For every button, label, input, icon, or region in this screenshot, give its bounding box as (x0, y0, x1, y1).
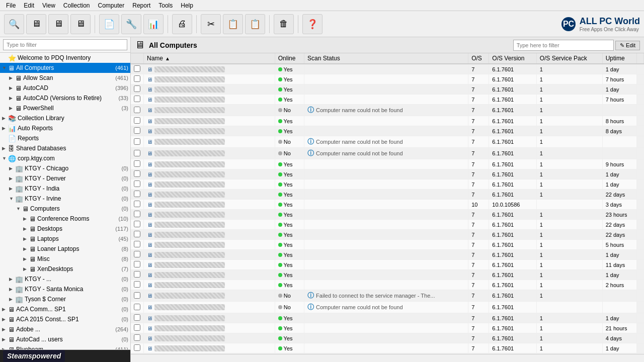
row-select-checkbox[interactable] (134, 107, 140, 113)
table-row[interactable]: 🖥 Yes76.1.760118 hours (131, 116, 644, 126)
table-row[interactable]: 🖥 Yes76.1.760112 hours (131, 280, 644, 290)
sidebar-item-ktgy-la[interactable]: ▶🏢KTGY - ...(0) (0, 274, 130, 284)
table-row[interactable]: 🖥 Yes76.1.760119 hours (131, 159, 644, 169)
column-header-o-s[interactable]: O/S (468, 53, 489, 64)
table-row[interactable]: 🖥 NoⓘFailed to connect to the service ma… (131, 290, 644, 302)
sidebar-item-desktops[interactable]: ▶🖥Desktops(117) (0, 224, 130, 234)
column-header-name[interactable]: Name▲ (144, 53, 275, 64)
table-row[interactable]: 🖥 Yes76.1.760111 day (131, 343, 644, 353)
row-checkbox[interactable] (131, 250, 144, 260)
report-toolbar-button[interactable]: 📄 (99, 14, 119, 34)
row-select-checkbox[interactable] (134, 221, 140, 227)
row-select-checkbox[interactable] (134, 211, 140, 217)
tree-expand-arrow[interactable]: ▶ (9, 287, 15, 292)
table-row[interactable]: 🖥 Yes76.1.7601121 hours (131, 323, 644, 333)
column-header-online[interactable]: Online (275, 53, 304, 64)
row-select-checkbox[interactable] (134, 314, 140, 321)
row-checkbox[interactable] (131, 210, 144, 220)
sidebar-item-autocad-versions[interactable]: ▶🖥AutoCAD (Versions to Retire)(33) (0, 93, 130, 103)
tree-expand-arrow[interactable]: ▶ (23, 236, 29, 241)
tree-expand-arrow[interactable]: ▶ (9, 106, 15, 111)
tree-expand-arrow[interactable]: ▼ (9, 196, 15, 201)
edit-filter-button[interactable]: ✎ Edit (615, 41, 640, 50)
tree-expand-arrow[interactable]: ▶ (9, 85, 15, 90)
menu-collection[interactable]: Collection (59, 1, 94, 10)
help-toolbar-button[interactable]: ❓ (302, 14, 323, 34)
tree-expand-arrow[interactable]: ▶ (23, 226, 29, 231)
menu-computer[interactable]: Computer (94, 1, 129, 10)
row-checkbox[interactable] (131, 200, 144, 210)
table-row[interactable]: 🖥 Yes76.1.760115 hours (131, 240, 644, 250)
row-checkbox[interactable] (131, 290, 144, 302)
row-checkbox[interactable] (131, 116, 144, 126)
row-select-checkbox[interactable] (134, 324, 140, 331)
menu-help[interactable]: Help (177, 1, 197, 10)
sidebar-item-ktgy-denver[interactable]: ▶🏢KTGY - Denver(0) (0, 173, 130, 184)
menu-tools[interactable]: Tools (154, 1, 177, 10)
row-select-checkbox[interactable] (134, 251, 140, 257)
sidebar-item-powershell[interactable]: ▶🖥PowerShell(3) (0, 103, 130, 113)
sidebar-item-aca-2015[interactable]: ▶🖥ACA 2015 Const... SP1(0) (0, 314, 130, 324)
row-checkbox[interactable] (131, 302, 144, 313)
row-checkbox[interactable] (131, 159, 144, 169)
row-checkbox[interactable] (131, 280, 144, 290)
row-select-checkbox[interactable] (134, 65, 140, 72)
tree-expand-arrow[interactable]: ▶ (23, 256, 29, 261)
table-row[interactable]: 🖥 Yes76.1.760114 days (131, 333, 644, 343)
cut-toolbar-button[interactable]: ✂ (201, 14, 221, 34)
tree-expand-arrow[interactable]: ▶ (2, 317, 8, 322)
column-header-scan-status[interactable]: Scan Status (304, 53, 468, 64)
table-row[interactable]: 🖥 Yes76.1.7601122 days (131, 230, 644, 240)
table-row[interactable]: 🖥 Yes76.1.760111 day (131, 84, 644, 95)
row-checkbox[interactable] (131, 74, 144, 84)
table-row[interactable]: 🖥 Yes76.1.760111 day (131, 64, 644, 74)
table-row[interactable]: 🖥 Yes76.1.760111 day (131, 169, 644, 179)
row-checkbox[interactable] (131, 169, 144, 179)
row-select-checkbox[interactable] (134, 138, 140, 145)
row-select-checkbox[interactable] (134, 85, 140, 92)
row-select-checkbox[interactable] (134, 150, 140, 156)
tree-expand-arrow[interactable]: ▶ (23, 266, 29, 272)
table-row[interactable]: 🖥 Yes1010.0.105863 days (131, 200, 644, 210)
search-toolbar-button[interactable]: 🔍 (4, 14, 24, 34)
tree-expand-arrow[interactable]: ▶ (2, 327, 8, 332)
row-select-checkbox[interactable] (134, 96, 140, 102)
sidebar-item-bluebeam[interactable]: ▶🖥Bluebeam(411) (0, 344, 130, 349)
row-checkbox[interactable] (131, 220, 144, 230)
sidebar-item-ktgy-india[interactable]: ▶🏢KTGY - India(0) (0, 184, 130, 194)
row-checkbox[interactable] (131, 230, 144, 240)
table-row[interactable]: 🖥 Yes76.1.7601111 days (131, 260, 644, 270)
table-row[interactable]: 🖥 Yes76.1.7601122 days (131, 220, 644, 230)
column-header-checkbox[interactable] (131, 53, 144, 64)
column-header-o-s-service-pack[interactable]: O/S Service Pack (536, 53, 602, 64)
table-row[interactable]: 🖥 Yes76.1.7601123 hours (131, 210, 644, 220)
row-select-checkbox[interactable] (134, 334, 140, 341)
add-computer-toolbar-button[interactable]: 🖥 (48, 14, 68, 34)
row-select-checkbox[interactable] (134, 292, 140, 299)
computers-table-container[interactable]: Name▲OnlineScan StatusO/SO/S VersionO/S … (131, 53, 644, 354)
row-checkbox[interactable] (131, 179, 144, 190)
row-checkbox[interactable] (131, 148, 144, 159)
sidebar-item-auto-reports[interactable]: ▶📊Auto Reports (0, 123, 130, 133)
tree-expand-arrow[interactable]: ▶ (9, 186, 15, 191)
sidebar-item-conference-rooms[interactable]: ▶🖥Conference Rooms(10) (0, 214, 130, 224)
tree-expand-arrow[interactable]: ▶ (2, 307, 8, 312)
sidebar-item-adobe[interactable]: ▶🖥Adobe ...(264) (0, 324, 130, 334)
row-select-checkbox[interactable] (134, 180, 140, 187)
content-filter-input[interactable] (513, 40, 614, 51)
tree-expand-arrow[interactable]: ▶ (9, 96, 15, 101)
tree-expand-arrow[interactable]: ▼ (16, 206, 22, 211)
sidebar-item-misc[interactable]: ▶🖥Misc(8) (0, 254, 130, 264)
table-row[interactable]: 🖥 Yes76.1.760111 day (131, 250, 644, 260)
sidebar-item-collection-library[interactable]: ▶📚Collection Library (0, 113, 130, 123)
print-toolbar-button[interactable]: 🖨 (172, 14, 192, 34)
table-row[interactable]: 🖥 NoⓘComputer name could not be found76.… (131, 148, 644, 159)
row-checkbox[interactable] (131, 136, 144, 148)
menu-report[interactable]: Report (128, 1, 154, 10)
table-row[interactable]: 🖥 Yes76.1.7601122 days (131, 190, 644, 200)
row-checkbox[interactable] (131, 270, 144, 280)
row-checkbox[interactable] (131, 313, 144, 323)
sidebar-item-allow-scan[interactable]: ▶🖥Allow Scan(461) (0, 73, 130, 83)
sidebar-item-all-computers[interactable]: ▼🖥All Computers(461) (0, 63, 130, 73)
tree-expand-arrow[interactable]: ▶ (2, 146, 8, 151)
